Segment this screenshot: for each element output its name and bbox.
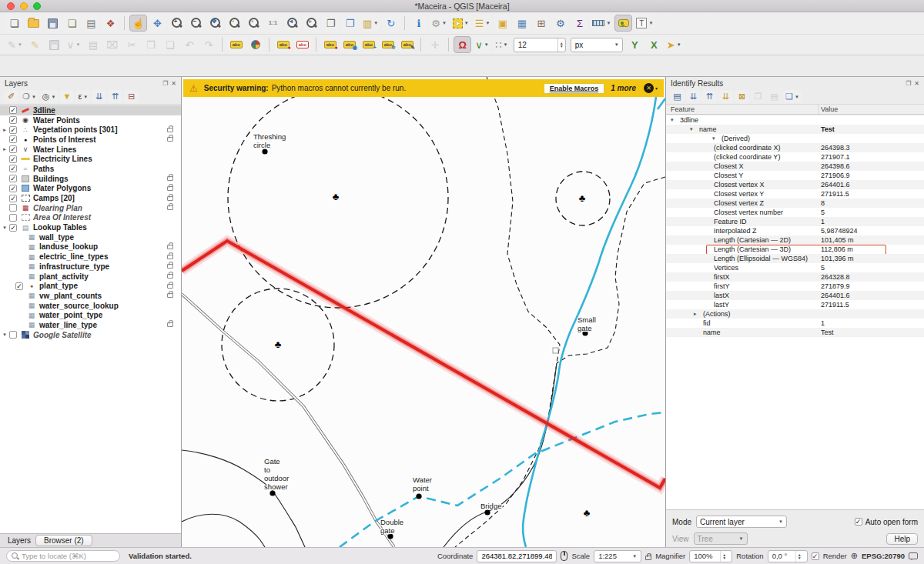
form-view-button[interactable]: ▤ <box>670 90 685 103</box>
expand-arrow-icon[interactable]: ▾ <box>0 225 9 231</box>
tab-browser[interactable]: Browser (2) <box>35 535 92 546</box>
deselect-all-button[interactable]: ▣ <box>494 15 511 32</box>
new-map-view-button[interactable]: ❐ <box>322 15 340 32</box>
magnifier-spinbox[interactable]: 100% ▲▼ <box>689 550 732 562</box>
help-button[interactable]: Help <box>886 533 918 545</box>
expand-arrow-icon[interactable]: ▸ <box>694 309 697 319</box>
collapse-tree-button[interactable]: ⇈ <box>702 90 717 103</box>
zoom-native-resolution-button[interactable]: 1:1 <box>264 15 282 32</box>
map-tips-button[interactable] <box>614 15 632 32</box>
identify-row[interactable]: Closest vertex Y271911.5 <box>666 189 924 199</box>
layer-item[interactable]: ▾✓Google Satellite <box>0 330 181 340</box>
identify-row[interactable]: lastX264401.6 <box>666 291 924 300</box>
layer-item[interactable]: ✓●Points of Interest <box>0 135 181 145</box>
expand-arrow-icon[interactable]: ▾ <box>712 134 715 143</box>
layer-checkbox[interactable]: ✓ <box>9 175 17 182</box>
zoom-full-extent-button[interactable]: ✥ <box>206 15 224 32</box>
select-features-button[interactable]: ➤▼ <box>450 15 471 32</box>
banner-close-icon[interactable]: ✕ <box>644 83 654 93</box>
expand-arrow-icon[interactable]: ▾ <box>690 125 693 134</box>
snap-on-intersection-button[interactable]: X <box>645 36 663 53</box>
layer-labeling-options-button[interactable]: abc <box>227 36 245 53</box>
layer-item[interactable]: ▦landuse_lookup <box>0 242 181 252</box>
show-layout-manager-button[interactable]: ▤ <box>82 15 100 32</box>
pin-labels-button[interactable]: abc● <box>274 36 292 53</box>
expand-arrow-icon[interactable]: ▸ <box>0 146 9 152</box>
collapse-all-button[interactable]: ⇈ <box>108 90 122 103</box>
locate-search[interactable] <box>6 550 120 562</box>
expand-arrow-icon[interactable]: ▾ <box>671 115 674 125</box>
scale-lock-icon[interactable] <box>645 556 651 560</box>
identify-row[interactable]: ▸(Actions) <box>666 309 924 319</box>
new-print-layout-button[interactable]: ❏ <box>63 15 81 32</box>
layer-checkbox[interactable]: ✓ <box>9 126 17 134</box>
zoom-window-button[interactable] <box>33 2 41 10</box>
run-feature-action-button[interactable]: ⚙▼ <box>429 15 449 32</box>
manage-map-themes-button[interactable]: ❍▼ <box>20 90 38 103</box>
layer-item[interactable]: ▾✓▤Lookup Tables <box>0 222 181 232</box>
identify-row[interactable]: (clicked coordinate Y)271907.1 <box>666 152 924 162</box>
snapping-mode-vertex-button[interactable]: ∨▼ <box>473 36 490 53</box>
rotation-spinbox[interactable]: 0,0 ° ▲▼ <box>768 550 808 562</box>
identify-features-button[interactable]: ℹ <box>410 15 427 32</box>
identify-row[interactable]: Feature ID1 <box>666 217 924 226</box>
layer-diagram-options-button[interactable] <box>246 36 264 53</box>
identify-row[interactable]: Interpolated Z5,98748924 <box>666 226 924 235</box>
text-annotation-button[interactable]: T▼ <box>634 15 655 32</box>
layer-checkbox[interactable]: ✓ <box>9 195 17 202</box>
close-panel-icon[interactable]: ✕ <box>914 80 919 87</box>
zoom-last-button[interactable]: ◂ <box>283 15 301 32</box>
coordinate-box[interactable] <box>477 550 557 562</box>
move-label-button[interactable]: abc● <box>321 36 339 53</box>
expand-arrow-icon[interactable]: ▸ <box>0 127 9 133</box>
expand-tree-button[interactable]: ⇊ <box>686 90 701 103</box>
coordinate-input[interactable] <box>481 552 552 560</box>
measure-line-button[interactable]: ▼ <box>590 15 613 32</box>
identify-row[interactable]: Closest Y271906.9 <box>666 171 924 180</box>
layer-item[interactable]: ✓Area Of Interest <box>0 213 181 223</box>
zoom-to-layer-button[interactable]: ▪ <box>245 15 263 32</box>
layer-item[interactable]: ▦vw_plant_counts <box>0 291 181 301</box>
snap-units-dropdown[interactable]: px▼ <box>571 38 623 52</box>
map-canvas[interactable]: ♣♣♣♣ ThreshingcircleSmallgateGatetooutdo… <box>182 77 665 547</box>
identify-row[interactable]: fid1 <box>666 319 924 328</box>
layer-checkbox[interactable]: ✓ <box>9 224 17 232</box>
layer-checkbox[interactable]: ✓ <box>9 185 17 192</box>
zoom-to-selection-button[interactable]: ▪ <box>226 15 243 32</box>
layer-item[interactable]: ▦infrastructure_type <box>0 262 181 272</box>
layer-checkbox[interactable]: ✓ <box>9 116 17 124</box>
rotate-label-button[interactable]: abc↻ <box>379 36 397 53</box>
new-project-button[interactable]: ❏ <box>5 15 23 32</box>
snap-tolerance-spinbox[interactable]: 12▲▼ <box>514 38 566 52</box>
snapping-point-display-button[interactable]: ∷▼ <box>493 36 511 53</box>
crs-status[interactable]: EPSG:20790 <box>862 552 905 560</box>
show-bookmarks-button[interactable]: ▥▼ <box>360 15 380 32</box>
enable-snapping-button[interactable]: Ω <box>454 36 471 53</box>
field-calculator-button[interactable]: ⊞ <box>532 15 550 32</box>
banner-close-caret-icon[interactable]: ▾ <box>655 85 658 91</box>
pan-map-button[interactable]: ☝ <box>129 15 147 32</box>
layer-item[interactable]: ✓●plant_type <box>0 281 181 291</box>
render-checkbox[interactable]: ✓ <box>812 552 819 560</box>
processing-toolbox-button[interactable]: ⚙ <box>551 15 569 32</box>
minimize-window-button[interactable] <box>20 2 28 10</box>
layer-checkbox[interactable]: ✓ <box>9 155 17 163</box>
style-manager-button[interactable]: ❖ <box>102 15 119 32</box>
layer-checkbox[interactable]: ✓ <box>15 282 23 290</box>
clear-results-button[interactable]: ⊠ <box>735 90 749 103</box>
close-window-button[interactable] <box>7 2 15 10</box>
expand-all-button[interactable]: ⇊ <box>92 90 106 103</box>
layer-item[interactable]: ▦plant_activity <box>0 272 181 282</box>
layer-checkbox[interactable]: ✓ <box>9 145 17 153</box>
layer-item[interactable]: ▦wall_type <box>0 232 181 242</box>
snapping-marker-button[interactable]: ➤▼ <box>665 36 684 53</box>
save-project-button[interactable] <box>44 15 62 32</box>
identify-row[interactable]: Closest vertex Z8 <box>666 199 924 208</box>
layer-item[interactable]: ✓=Paths <box>0 164 181 174</box>
filter-legend-button[interactable]: ◎▼ <box>40 90 59 103</box>
more-warnings-link[interactable]: 1 more <box>611 84 636 92</box>
identify-row[interactable]: Length (Ellipsoidal — WGS84)101,396 m <box>666 254 924 263</box>
expand-arrow-icon[interactable]: ▾ <box>0 332 9 338</box>
show-hide-labels-button[interactable]: abc◉ <box>340 36 358 53</box>
layer-item[interactable]: ✓▦Clearing Plan <box>0 203 181 213</box>
